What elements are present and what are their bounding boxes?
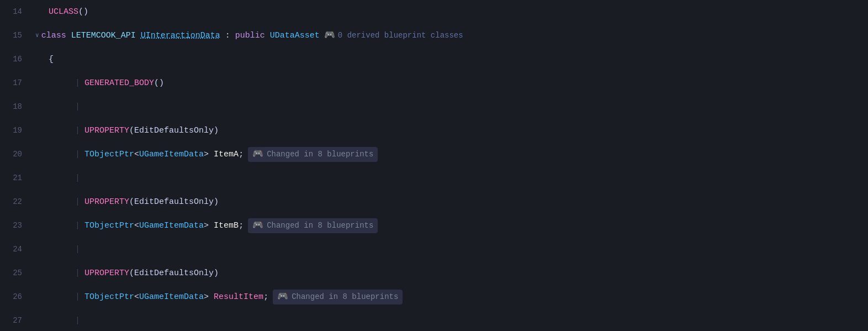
vertical-bar-token: |: [75, 314, 80, 328]
code-line: 22|UPROPERTY(EditDefaultsOnly): [0, 190, 868, 214]
kw-plain-token: ;: [263, 291, 268, 304]
line-content: |GENERATED_BODY(): [33, 77, 164, 90]
line-content: {: [33, 53, 54, 66]
line-content: ∨class LETEMCOOK_API UInteractionData : …: [33, 29, 463, 43]
kw-plain-token: ): [214, 124, 219, 138]
annotation-text: Changed in 8 blueprints: [267, 148, 373, 160]
vertical-bar-token: |: [75, 172, 80, 185]
gamepad-icon: 🎮: [252, 148, 263, 162]
line-number: 22: [0, 196, 33, 208]
code-editor: 14UCLASS()15∨class LETEMCOOK_API UIntera…: [0, 0, 868, 331]
kw-plain-token: (): [154, 77, 164, 90]
vertical-bar-token: |: [75, 267, 80, 280]
kw-tobjectptr-token: UGameItemData: [139, 219, 204, 233]
line-number: 23: [0, 219, 33, 232]
line-content: |TObjectPtr<UGameItemData> ItemA;🎮Change…: [33, 147, 378, 162]
line-number: 19: [0, 124, 33, 136]
kw-tobjectptr-token: UGameItemData: [139, 291, 204, 304]
kw-plain-token: ): [214, 267, 219, 280]
line-content: |: [33, 101, 84, 114]
code-line: 16{: [0, 48, 868, 71]
code-line: 14UCLASS(): [0, 0, 868, 24]
kw-uproperty-token: UPROPERTY: [84, 124, 129, 138]
gamepad-icon: 🎮: [252, 219, 263, 233]
vertical-bar-token: |: [75, 148, 80, 161]
kw-plain-token: <: [134, 291, 139, 304]
kw-tobjectptr-token: TObjectPtr: [84, 219, 134, 233]
kw-plain-token: (: [129, 267, 134, 280]
line-content: |UPROPERTY(EditDefaultsOnly): [33, 124, 219, 138]
vertical-bar-token: |: [75, 196, 80, 209]
line-number: 17: [0, 77, 33, 89]
kw-uproperty-token: UPROPERTY: [84, 196, 129, 209]
kw-macro-token: UCLASS: [49, 6, 78, 19]
kw-variableB-token: ItemB: [214, 219, 239, 233]
blueprint-annotation: 🎮Changed in 8 blueprints: [248, 218, 378, 234]
line-content: |: [33, 314, 84, 328]
kw-plain-token: ;: [239, 148, 244, 161]
kw-macro-token: GENERATED_BODY: [84, 77, 154, 90]
line-number: 25: [0, 267, 33, 279]
line-content: |: [33, 172, 84, 185]
line-content: |TObjectPtr<UGameItemData> ResultItem;🎮C…: [33, 290, 403, 305]
blueprint-annotation: 🎮Changed in 8 blueprints: [273, 290, 403, 305]
gamepad-icon: 🎮: [277, 290, 288, 304]
line-number: 16: [0, 53, 33, 65]
kw-plain-token: EditDefaultsOnly: [134, 124, 214, 138]
code-line: 24|: [0, 238, 868, 261]
vertical-bar-token: |: [75, 77, 80, 90]
annotation-text: Changed in 8 blueprints: [292, 291, 398, 303]
line-content: |UPROPERTY(EditDefaultsOnly): [33, 267, 219, 280]
vertical-bar-token: |: [75, 219, 80, 233]
line-number: 15: [0, 29, 33, 41]
code-line: 17|GENERATED_BODY(): [0, 71, 868, 95]
kw-tobjectptr-token: TObjectPtr: [84, 291, 134, 304]
kw-plain-token: EditDefaultsOnly: [134, 267, 214, 280]
line-number: 14: [0, 6, 33, 18]
vertical-bar-token: |: [75, 291, 80, 304]
line-number: 20: [0, 148, 33, 160]
line-number: 26: [0, 291, 33, 303]
line-number: 18: [0, 101, 33, 113]
kw-plain-token: <: [134, 148, 139, 161]
line-number: 24: [0, 243, 33, 255]
kw-base-class-token: UDataAsset: [270, 29, 320, 43]
code-line: 23|TObjectPtr<UGameItemData> ItemB;🎮Chan…: [0, 214, 868, 238]
kw-plain-token: (: [129, 124, 134, 138]
kw-api-token: LETEMCOOK_API: [71, 29, 136, 43]
kw-plain-token: EditDefaultsOnly: [134, 196, 214, 209]
kw-plain-token: >: [204, 148, 209, 161]
line-content: |UPROPERTY(EditDefaultsOnly): [33, 196, 219, 209]
annotation-text: Changed in 8 blueprints: [267, 219, 373, 232]
kw-type-name-token: UInteractionData: [141, 29, 220, 43]
kw-plain-token: :: [225, 29, 230, 43]
fold-arrow-token: ∨: [35, 31, 39, 41]
blueprint-hint-text: 0 derived blueprint classes: [338, 31, 463, 40]
code-line: 20|TObjectPtr<UGameItemData> ItemA;🎮Chan…: [0, 143, 868, 166]
kw-plain-token: (: [129, 196, 134, 209]
vertical-bar-token: |: [75, 124, 80, 138]
kw-plain-token: >: [204, 291, 209, 304]
kw-tobjectptr-token: TObjectPtr: [84, 148, 134, 161]
kw-keyword-token: class: [41, 29, 66, 43]
line-content: UCLASS(): [33, 6, 88, 19]
line-content: |: [33, 243, 84, 256]
kw-uproperty-token: UPROPERTY: [84, 267, 129, 280]
kw-plain-token: {: [49, 53, 54, 66]
code-line: 15∨class LETEMCOOK_API UInteractionData …: [0, 24, 868, 48]
kw-plain-token: ): [214, 196, 219, 209]
kw-plain-token: ;: [239, 219, 244, 233]
code-line: 25|UPROPERTY(EditDefaultsOnly): [0, 261, 868, 285]
code-line: 18|: [0, 95, 868, 119]
gamepad-icon: 🎮: [324, 30, 335, 40]
vertical-bar-token: |: [75, 243, 80, 256]
vertical-bar-token: |: [75, 101, 80, 114]
code-line: 27|: [0, 309, 868, 331]
kw-variable-token: ItemA: [214, 148, 239, 161]
kw-result-token: ResultItem: [214, 291, 263, 304]
kw-tobjectptr-token: UGameItemData: [139, 148, 204, 161]
code-line: 19|UPROPERTY(EditDefaultsOnly): [0, 119, 868, 143]
kw-plain-token: (): [78, 6, 88, 19]
kw-public-token: public: [235, 29, 265, 43]
line-content: |TObjectPtr<UGameItemData> ItemB;🎮Change…: [33, 218, 378, 234]
